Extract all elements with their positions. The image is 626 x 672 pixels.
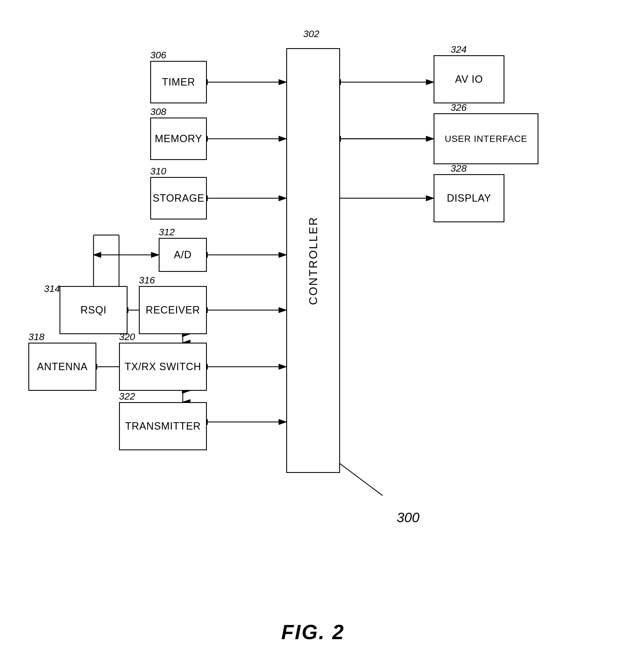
ref-312: 312 [159, 226, 175, 238]
timer-block: TIMER [150, 61, 207, 103]
controller-block: CONTROLLER [286, 48, 340, 473]
av-io-block: AV IO [434, 55, 505, 103]
ref-316: 316 [139, 275, 155, 286]
figure-caption: FIG. 2 [0, 621, 626, 644]
receiver-block: RECEIVER [139, 286, 207, 334]
ref-300: 300 [397, 510, 419, 525]
ref-308: 308 [150, 106, 166, 117]
txrx-block: TX/RX SWITCH [119, 343, 207, 391]
ref-324: 324 [450, 44, 467, 55]
rsqi-block: RSQI [60, 286, 127, 334]
ref-320: 320 [119, 331, 135, 342]
ref-314: 314 [44, 283, 60, 294]
user-interface-block: USER INTERFACE [434, 113, 538, 164]
ref-322: 322 [119, 391, 135, 402]
ref-302: 302 [303, 28, 319, 39]
ref-306: 306 [150, 50, 166, 61]
memory-block: MEMORY [150, 118, 207, 160]
diagram: TIMER 306 MEMORY 308 STORAGE 310 A/D 312… [0, 0, 626, 672]
ref-328: 328 [450, 163, 467, 174]
ref-318: 318 [28, 331, 45, 342]
storage-block: STORAGE [150, 177, 207, 219]
transmitter-block: TRANSMITTER [119, 402, 207, 450]
ad-block: A/D [159, 238, 207, 272]
ref-326: 326 [450, 102, 467, 113]
display-block: DISPLAY [434, 174, 505, 222]
antenna-block: ANTENNA [28, 343, 96, 391]
ref-310: 310 [150, 166, 166, 177]
